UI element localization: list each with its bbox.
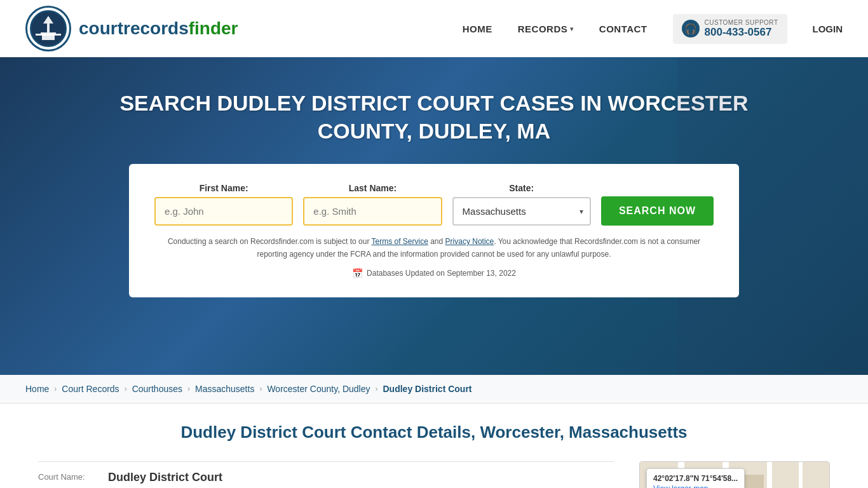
hero-section: SEARCH DUDLEY DISTRICT COURT CASES IN WO… [0,57,868,375]
main-content: Dudley District Court Contact Details, W… [0,403,868,488]
breadcrumb: Home › Court Records › Courthouses › Mas… [0,375,868,403]
site-header: courtrecordsfinder HOME RECORDS ▾ CONTAC… [0,0,868,57]
calendar-icon: 📅 [352,268,363,278]
breadcrumb-courthouses[interactable]: Courthouses [132,384,182,394]
search-box: First Name: Last Name: State: Massachuse… [129,164,739,297]
map-area: Alley Ave Andy Ave 42°02'17.8"N 71°54'58… [639,461,830,488]
state-group: State: Massachusetts Alabama Alaska Ariz… [452,183,591,226]
headset-icon: 🎧 [682,20,700,37]
map-placeholder: Alley Ave Andy Ave 42°02'17.8"N 71°54'58… [640,462,829,488]
breadcrumb-sep-5: › [376,384,378,393]
db-updated: 📅 Databases Updated on September 13, 202… [154,268,714,278]
svg-rect-3 [47,24,50,32]
breadcrumb-sep-1: › [54,384,57,393]
login-button[interactable]: LOGIN [813,24,843,34]
state-label: State: [452,183,591,193]
breadcrumb-court-records[interactable]: Court Records [62,384,119,394]
breadcrumb-sep-2: › [125,384,127,393]
court-name-value: Dudley District Court [108,471,222,484]
terms-text: Conducting a search on Recordsfinder.com… [154,236,714,260]
support-area: 🎧 CUSTOMER SUPPORT 800-433-0567 [673,14,787,44]
breadcrumb-worcester[interactable]: Worcester County, Dudley [267,384,370,394]
logo-text: courtrecordsfinder [79,18,238,39]
svg-rect-14 [767,462,772,488]
first-name-input[interactable] [154,197,293,226]
breadcrumb-current: Dudley District Court [383,384,472,394]
support-text: CUSTOMER SUPPORT 800-433-0567 [705,19,778,39]
map-link[interactable]: View larger map [653,484,738,488]
search-button[interactable]: SEARCH NOW [601,196,714,226]
breadcrumb-sep-3: › [187,384,190,393]
nav-contact[interactable]: CONTACT [599,24,648,34]
first-name-label: First Name: [154,183,293,193]
support-number: 800-433-0567 [705,26,778,39]
last-name-group: Last Name: [303,183,442,226]
breadcrumb-massachusetts[interactable]: Massachusetts [195,384,254,394]
svg-rect-6 [43,27,46,32]
state-select-wrapper: Massachusetts Alabama Alaska Arizona Ark… [452,197,591,226]
section-title: Dudley District Court Contact Details, W… [38,423,830,442]
breadcrumb-home[interactable]: Home [25,384,49,394]
support-label: CUSTOMER SUPPORT [705,19,778,26]
detail-row-court-name: Court Name: Dudley District Court [38,461,614,488]
map-coords: 42°02'17.8"N 71°54'58... [653,474,738,483]
chevron-down-icon: ▾ [570,25,574,32]
last-name-label: Last Name: [303,183,442,193]
state-select[interactable]: Massachusetts Alabama Alaska Arizona Ark… [452,197,591,226]
nav-home[interactable]: HOME [463,24,492,34]
hero-title: SEARCH DUDLEY DISTRICT COURT CASES IN WO… [85,89,783,145]
privacy-link[interactable]: Privacy Notice [445,237,494,246]
breadcrumb-sep-4: › [259,384,262,393]
court-name-label: Court Name: [38,471,102,482]
search-fields: First Name: Last Name: State: Massachuse… [154,183,714,226]
map-tooltip: 42°02'17.8"N 71°54'58... View larger map [646,468,745,488]
first-name-group: First Name: [154,183,293,226]
svg-rect-7 [51,27,53,32]
details-layout: Court Name: Dudley District Court State:… [38,461,830,488]
svg-rect-15 [799,462,803,488]
terms-link[interactable]: Terms of Service [372,237,428,246]
main-nav: HOME RECORDS ▾ CONTACT 🎧 CUSTOMER SUPPOR… [463,14,843,44]
svg-rect-5 [36,34,61,36]
last-name-input[interactable] [303,197,442,226]
logo-icon [25,6,71,51]
details-table: Court Name: Dudley District Court State:… [38,461,614,488]
logo-area: courtrecordsfinder [25,6,238,51]
nav-records[interactable]: RECORDS ▾ [518,24,574,34]
